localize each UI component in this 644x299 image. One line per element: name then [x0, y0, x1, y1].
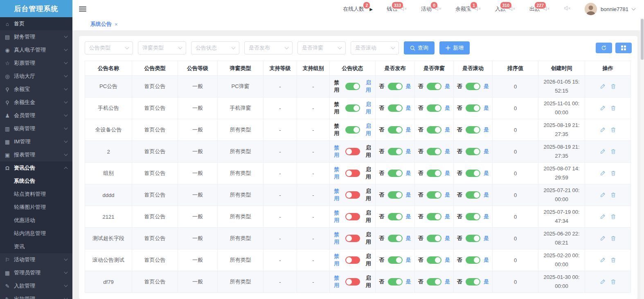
toggle-on-label[interactable]: 启用	[363, 209, 374, 224]
filter-select[interactable]: 弹窗类型	[138, 41, 186, 54]
sidebar-item[interactable]: ✎入款管理	[0, 279, 72, 292]
toggle-off-label[interactable]: 否	[418, 278, 423, 285]
toggle-off-label[interactable]: 否	[379, 235, 385, 242]
toggle-on-label[interactable]: 启用	[363, 253, 374, 267]
edit-icon[interactable]	[600, 127, 606, 133]
toggle-on-label[interactable]: 是	[484, 170, 489, 177]
filter-select[interactable]: 公告类型	[85, 41, 133, 54]
popup-toggle[interactable]	[427, 170, 441, 177]
toggle-on-label[interactable]: 是	[445, 235, 450, 242]
toggle-on-label[interactable]: 是	[406, 278, 411, 285]
hamburger-menu-icon[interactable]	[79, 5, 86, 13]
toggle-on-label[interactable]: 启用	[363, 166, 374, 181]
toggle-off-label[interactable]: 否	[457, 148, 462, 155]
delete-icon[interactable]	[610, 149, 616, 154]
popup-toggle[interactable]	[427, 278, 441, 285]
sidebar-item[interactable]: ✎出款管理	[0, 292, 72, 299]
publish-toggle[interactable]	[388, 126, 403, 134]
status-toggle[interactable]	[345, 191, 360, 199]
toggle-off-label[interactable]: 禁用	[331, 166, 342, 181]
toggle-off-label[interactable]: 否	[418, 213, 423, 220]
toggle-on-label[interactable]: 是	[445, 278, 450, 285]
speaker-mute-icon[interactable]	[435, 6, 441, 13]
toggle-on-label[interactable]: 是	[445, 126, 450, 134]
topbar-stat[interactable]: 活动0	[421, 5, 441, 13]
sidebar-item[interactable]: ▤财务管理	[0, 30, 72, 43]
delete-icon[interactable]	[610, 170, 616, 176]
toggle-off-label[interactable]: 禁用	[331, 188, 342, 202]
status-toggle[interactable]	[345, 213, 360, 220]
edit-icon[interactable]	[600, 214, 606, 220]
search-button[interactable]: 查询	[404, 41, 435, 54]
toggle-off-label[interactable]: 否	[457, 170, 462, 177]
toggle-on-label[interactable]: 启用	[363, 188, 374, 202]
sidebar-item[interactable]: ⚐活动管理	[0, 253, 72, 266]
popup-toggle[interactable]	[427, 191, 441, 199]
toggle-on-label[interactable]: 是	[406, 148, 411, 155]
sidebar-subitem[interactable]: 站内消息管理	[0, 227, 72, 240]
popup-toggle[interactable]	[427, 126, 441, 134]
publish-toggle[interactable]	[388, 170, 403, 177]
toggle-off-label[interactable]: 否	[418, 170, 423, 177]
add-button[interactable]: 新增	[439, 41, 470, 54]
toggle-off-label[interactable]: 否	[457, 83, 462, 90]
toggle-on-label[interactable]: 启用	[363, 79, 374, 94]
status-toggle[interactable]	[345, 235, 360, 242]
popup-toggle[interactable]	[427, 83, 441, 90]
scroll-toggle[interactable]	[466, 148, 480, 155]
toggle-off-label[interactable]: 否	[379, 213, 385, 220]
publish-toggle[interactable]	[388, 83, 403, 90]
toggle-on-label[interactable]: 是	[484, 191, 489, 199]
toggle-off-label[interactable]: 否	[379, 126, 385, 134]
toggle-on-label[interactable]: 是	[406, 256, 411, 264]
delete-icon[interactable]	[610, 236, 616, 241]
sidebar-subitem[interactable]: 轮播图片管理	[0, 201, 72, 214]
toggle-on-label[interactable]: 是	[445, 83, 450, 90]
popup-toggle[interactable]	[427, 213, 441, 220]
toggle-on-label[interactable]: 是	[484, 126, 489, 134]
topbar-stat[interactable]: 余额宝1	[455, 5, 481, 13]
publish-toggle[interactable]	[388, 191, 403, 199]
delete-icon[interactable]	[610, 192, 616, 198]
filter-select[interactable]: 公告状态	[191, 41, 239, 54]
scroll-toggle[interactable]	[466, 256, 480, 264]
toggle-on-label[interactable]: 是	[445, 148, 450, 155]
toggle-off-label[interactable]: 否	[379, 256, 385, 264]
toggle-off-label[interactable]: 否	[457, 235, 462, 242]
toggle-off-label[interactable]: 禁用	[331, 144, 342, 159]
toggle-off-label[interactable]: 否	[457, 126, 462, 134]
toggle-off-label[interactable]: 否	[418, 104, 423, 112]
toggle-off-label[interactable]: 否	[457, 278, 462, 285]
filter-select[interactable]: 是否发布	[244, 41, 293, 54]
sidebar-item[interactable]: ▦管理员管理	[0, 266, 72, 279]
toggle-off-label[interactable]: 否	[379, 148, 385, 155]
toggle-off-label[interactable]: 否	[457, 213, 462, 220]
toggle-on-label[interactable]: 是	[484, 278, 489, 285]
filter-select[interactable]: 是否弹窗	[297, 41, 346, 54]
sidebar-subitem[interactable]: 资讯	[0, 240, 72, 253]
edit-icon[interactable]	[600, 257, 606, 263]
scroll-toggle[interactable]	[466, 213, 480, 220]
toggle-off-label[interactable]: 禁用	[331, 231, 342, 246]
scroll-toggle[interactable]	[466, 235, 480, 242]
toggle-off-label[interactable]: 否	[379, 278, 385, 285]
speaker-mute-icon[interactable]	[400, 6, 407, 13]
toggle-on-label[interactable]: 是	[484, 104, 489, 112]
tab-close-icon[interactable]: ×	[115, 21, 118, 27]
toggle-on-label[interactable]: 是	[484, 213, 489, 220]
sidebar-item[interactable]: ☆彩票管理	[0, 57, 72, 70]
publish-toggle[interactable]	[388, 256, 403, 264]
sidebar-item[interactable]: ⚲余额宝	[0, 83, 72, 96]
column-settings-button[interactable]	[615, 43, 632, 53]
delete-icon[interactable]	[610, 84, 616, 89]
toggle-on-label[interactable]: 是	[406, 235, 411, 242]
delete-icon[interactable]	[610, 279, 616, 285]
toggle-off-label[interactable]: 禁用	[331, 209, 342, 224]
toggle-on-label[interactable]: 启用	[363, 231, 374, 246]
sidebar-item[interactable]: Ω资讯公告	[0, 161, 72, 174]
toggle-on-label[interactable]: 是	[406, 191, 411, 199]
toggle-off-label[interactable]: 禁用	[331, 122, 342, 137]
toggle-on-label[interactable]: 是	[406, 83, 411, 90]
speaker-mute-icon[interactable]	[474, 6, 481, 13]
toggle-off-label[interactable]: 禁用	[331, 253, 342, 267]
